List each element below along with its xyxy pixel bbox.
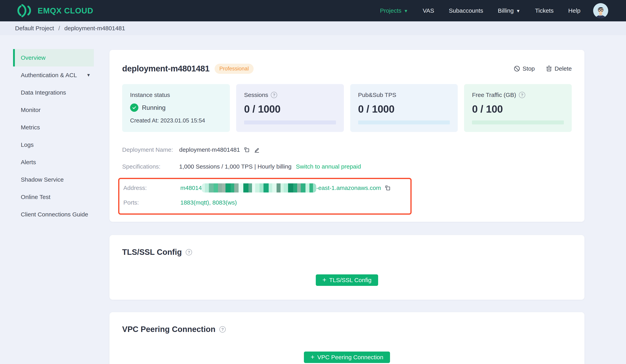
pubsub-progress-bar <box>358 120 450 124</box>
breadcrumb-parent[interactable]: Default Project <box>15 25 54 32</box>
sessions-label: Sessions <box>244 92 268 98</box>
top-navbar: EMQX CLOUD Projects▼ VAS Subaccounts Bil… <box>0 0 626 21</box>
ports-row: Ports: 1883(mqtt), 8083(ws) <box>123 195 410 210</box>
copy-icon[interactable] <box>385 185 391 191</box>
sidebar-item-metrics[interactable]: Metrics <box>15 119 94 136</box>
chevron-down-icon: ▼ <box>86 73 91 78</box>
running-check-icon <box>130 104 138 112</box>
plan-badge: Professional <box>215 64 254 74</box>
sidebar: Overview Authentication & ACL ▼ Data Int… <box>0 35 94 223</box>
deployment-details: Deployment Name: deployment-m4801481 <box>122 141 572 215</box>
vpc-peering-title: VPC Peering Connection <box>122 325 215 334</box>
specifications-row: Specifications: 1,000 Sessions / 1,000 T… <box>122 158 572 175</box>
main-content: deployment-m4801481 Professional Stop <box>110 35 585 364</box>
instance-status-label: Instance status <box>130 92 170 98</box>
emqx-logo-icon <box>15 4 33 17</box>
breadcrumb-current: deployment-m4801481 <box>64 25 125 32</box>
help-icon[interactable]: ? <box>186 249 192 255</box>
pubsub-tps-value: 0 / 1000 <box>358 103 450 115</box>
free-traffic-value: 0 / 100 <box>472 103 564 115</box>
trash-icon <box>546 65 552 72</box>
sidebar-item-shadow-service[interactable]: Shadow Service <box>15 171 94 188</box>
address-prefix: m48014 <box>180 184 202 191</box>
add-vpc-peering-button[interactable]: + VPC Peering Connection <box>304 352 390 363</box>
sidebar-item-online-test[interactable]: Online Test <box>15 188 94 206</box>
address-label: Address: <box>123 184 180 191</box>
nav-menu: Projects▼ VAS Subaccounts Billing▼ Ticke… <box>380 7 581 14</box>
ports-label: Ports: <box>123 199 180 206</box>
copy-icon[interactable] <box>243 146 250 153</box>
sessions-value: 0 / 1000 <box>244 103 336 115</box>
vpc-peering-card: VPC Peering Connection ? + VPC Peering C… <box>110 312 585 364</box>
sessions-progress-bar <box>244 120 336 124</box>
address-redacted-blur <box>202 183 316 192</box>
sidebar-item-authentication-acl[interactable]: Authentication & ACL ▼ <box>15 67 94 84</box>
chevron-down-icon: ▼ <box>516 8 520 14</box>
tls-ssl-card: TLS/SSL Config ? + TLS/SSL Config <box>110 235 585 300</box>
plus-icon: + <box>322 276 326 283</box>
help-icon[interactable]: ? <box>271 92 277 98</box>
sidebar-item-overview[interactable]: Overview <box>15 49 94 67</box>
ports-value: 1883(mqtt), 8083(ws) <box>180 199 237 206</box>
deployment-name-value: deployment-m4801481 <box>179 146 240 153</box>
nav-item-tickets[interactable]: Tickets <box>535 7 553 14</box>
sessions-card: Sessions ? 0 / 1000 <box>236 84 344 132</box>
nav-item-help[interactable]: Help <box>568 7 581 14</box>
instance-status-card: Instance status Running Created At: 2023… <box>122 84 230 132</box>
brand-logo[interactable]: EMQX CLOUD <box>15 4 93 17</box>
free-traffic-progress-bar <box>472 120 564 124</box>
user-avatar[interactable] <box>593 3 608 18</box>
brand-name: EMQX CLOUD <box>38 6 93 15</box>
address-suffix: -east-1.amazonaws.com <box>316 184 381 191</box>
created-at-text: Created At: 2023.01.05 15:54 <box>130 117 222 124</box>
chevron-down-icon: ▼ <box>404 8 408 14</box>
pubsub-tps-label: Pub&Sub TPS <box>358 92 396 98</box>
deployment-title: deployment-m4801481 <box>122 64 209 73</box>
stop-deployment-button[interactable]: Stop <box>513 65 535 72</box>
sidebar-item-client-connections-guide[interactable]: Client Connections Guide <box>15 206 94 223</box>
breadcrumb-separator: / <box>58 25 60 32</box>
stats-row: Instance status Running Created At: 2023… <box>122 84 572 132</box>
add-tls-ssl-config-button[interactable]: + TLS/SSL Config <box>316 274 378 286</box>
sidebar-item-data-integrations[interactable]: Data Integrations <box>15 84 94 101</box>
sidebar-item-monitor[interactable]: Monitor <box>15 101 94 119</box>
deployment-overview-card: deployment-m4801481 Professional Stop <box>110 50 585 222</box>
nav-item-billing[interactable]: Billing▼ <box>498 7 520 14</box>
annotation-highlight-box: Address: m48014 -east-1.amazonaws.com <box>118 178 412 215</box>
free-traffic-label: Free Traffic (GB) <box>472 92 516 98</box>
sidebar-item-alerts[interactable]: Alerts <box>15 153 94 171</box>
edit-icon[interactable] <box>253 146 260 153</box>
sidebar-item-logs[interactable]: Logs <box>15 136 94 153</box>
instance-status-value: Running <box>142 104 165 111</box>
tls-ssl-title: TLS/SSL Config <box>122 248 182 256</box>
pubsub-tps-card: Pub&Sub TPS 0 / 1000 <box>350 84 458 132</box>
nav-item-projects[interactable]: Projects▼ <box>380 7 408 14</box>
breadcrumb: Default Project / deployment-m4801481 <box>0 21 626 35</box>
help-icon[interactable]: ? <box>519 92 525 98</box>
nav-item-subaccounts[interactable]: Subaccounts <box>449 7 483 14</box>
deployment-name-row: Deployment Name: deployment-m4801481 <box>122 141 572 158</box>
delete-deployment-button[interactable]: Delete <box>546 65 572 72</box>
specifications-value: 1,000 Sessions / 1,000 TPS | Hourly bill… <box>179 163 292 170</box>
help-icon[interactable]: ? <box>219 326 226 332</box>
stop-icon <box>513 65 520 72</box>
plus-icon: + <box>311 354 314 360</box>
free-traffic-card: Free Traffic (GB) ? 0 / 100 <box>464 84 572 132</box>
page: EMQX CLOUD Projects▼ VAS Subaccounts Bil… <box>0 0 626 364</box>
switch-annual-prepaid-link[interactable]: Switch to annual prepaid <box>296 163 361 170</box>
deployment-name-label: Deployment Name: <box>122 146 179 153</box>
nav-item-vas[interactable]: VAS <box>423 7 434 14</box>
address-row: Address: m48014 -east-1.amazonaws.com <box>123 181 410 195</box>
specifications-label: Specifications: <box>122 163 179 170</box>
